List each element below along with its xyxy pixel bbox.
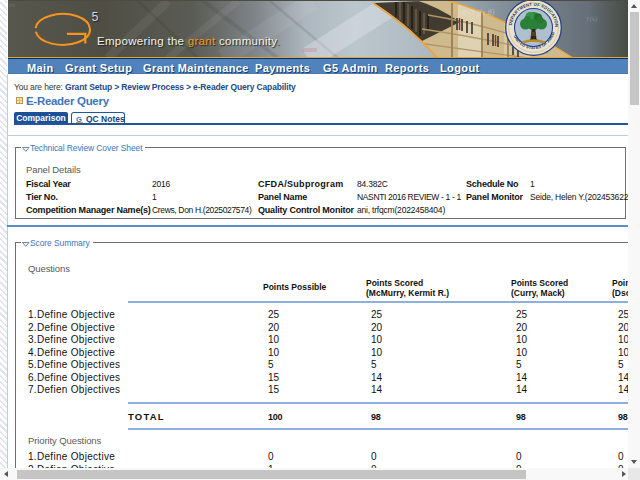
- svg-text:5: 5: [92, 10, 99, 24]
- svg-text:|π(x)| f(x,θ): |π(x)| f(x,θ): [458, 8, 495, 17]
- svg-text:Empowering the grant community: Empowering the grant community.: [97, 35, 280, 47]
- svg-text:ƒ(x): ƒ(x): [586, 15, 598, 23]
- svg-text:DS: DS: [8, 3, 16, 8]
